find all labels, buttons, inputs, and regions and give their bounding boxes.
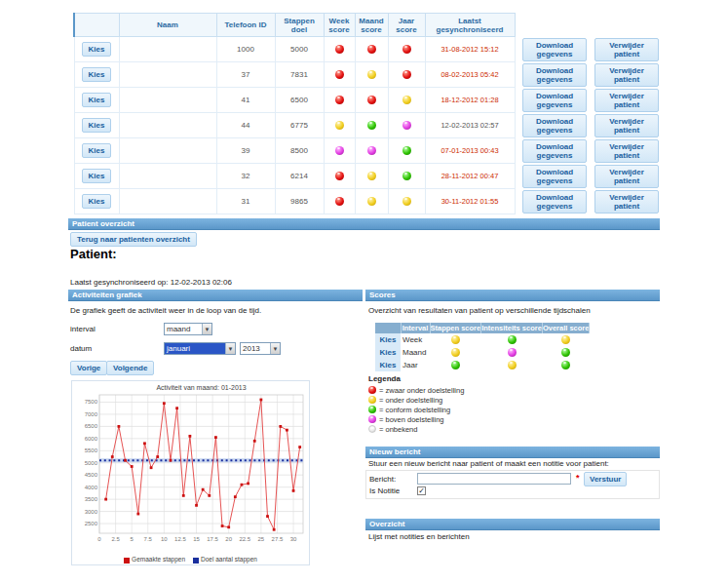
step-goal-cell: 6500 [275, 88, 324, 113]
x-tick-label: 10 [161, 536, 168, 542]
data-point [234, 495, 237, 498]
kies-button[interactable]: Kies [82, 143, 112, 158]
delete-button[interactable]: Verwijder patient [594, 89, 659, 112]
message-label: Bericht: [369, 475, 396, 484]
delete-button[interactable]: Verwijder patient [594, 165, 659, 188]
chart-legend-label: Gemaakte stappen [132, 556, 185, 563]
data-point [143, 442, 146, 445]
patients-header-1: Telefoon ID [216, 14, 275, 37]
patient-overview-bar-label: Patient overzicht [72, 219, 134, 228]
scores-table: IntervalStappen scoreIntensiteits scoreO… [375, 323, 590, 371]
week-score-orb [335, 172, 344, 180]
month-score-orb [367, 197, 376, 206]
year-score-orb [402, 121, 411, 130]
download-button[interactable]: Download gegevens [522, 165, 587, 188]
chart-legend-label: Doel aantal stappen [201, 556, 257, 563]
download-button[interactable]: Download gegevens [522, 38, 587, 61]
download-button[interactable]: Download gegevens [522, 139, 587, 163]
overview-bar-label: Overzicht [369, 520, 404, 528]
data-point [202, 488, 205, 491]
x-tick-label: 20 [225, 536, 232, 542]
new-message-bar-label: Nieuw bericht [369, 447, 420, 456]
data-point [182, 494, 185, 497]
delete-button[interactable]: Verwijder patient [594, 190, 659, 214]
year-score-orb [402, 70, 411, 79]
prev-button[interactable]: Vorige [70, 361, 107, 375]
kies-button[interactable]: Kies [82, 67, 112, 82]
week-score-orb [335, 146, 344, 155]
legend-item: = onder doelstelling [368, 395, 464, 405]
table-row: Kies44677512-02-2013 02:57Download gegev… [74, 113, 651, 138]
table-row: Kies1000500031-08-2012 15:12Download geg… [74, 37, 651, 62]
kies-button[interactable]: Kies [82, 42, 112, 57]
kies-button[interactable]: Kies [375, 333, 401, 346]
note-label: Is Notitie [369, 486, 400, 495]
patient-name-cell [119, 138, 216, 164]
table-row: KiesWeek [375, 333, 590, 346]
data-point [273, 528, 276, 531]
kies-button[interactable]: Kies [82, 169, 112, 183]
x-tick-label: 7.5 [144, 536, 153, 542]
legend-item-label: = boven doelstelling [379, 415, 444, 424]
download-button[interactable]: Download gegevens [522, 190, 587, 214]
note-checkbox[interactable]: ✓ [417, 486, 426, 495]
download-button[interactable]: Download gegevens [522, 89, 587, 112]
download-button[interactable]: Download gegevens [522, 63, 587, 87]
patients-header-5: Jaar score [388, 14, 425, 37]
kies-button[interactable]: Kies [82, 194, 112, 209]
phone-id-cell: 31 [216, 189, 275, 214]
legend-title: Legenda [368, 374, 401, 383]
download-button[interactable]: Download gegevens [522, 114, 587, 137]
delete-button[interactable]: Verwijder patient [594, 38, 659, 61]
x-tick-label: 22.5 [239, 536, 250, 542]
data-point [150, 466, 153, 469]
last-sync-cell: 31-08-2012 15:12 [425, 37, 515, 62]
kies-button[interactable]: Kies [82, 118, 112, 133]
delete-button[interactable]: Verwijder patient [594, 139, 659, 163]
data-point [175, 407, 178, 409]
patient-overview-bar: Patient overzicht [68, 218, 660, 230]
x-tick-label: 27.5 [272, 536, 284, 542]
y-tick-label: 6500 [85, 423, 98, 429]
month-score-orb [367, 172, 376, 180]
legend-item: = boven doelstelling [368, 414, 464, 424]
goal-legend-swatch [193, 558, 199, 564]
interval-select[interactable]: maand ▼ [164, 323, 212, 335]
last-sync-cell: 12-02-2013 02:57 [425, 113, 515, 138]
y-tick-label: 5500 [85, 447, 98, 453]
kies-button[interactable]: Kies [375, 346, 401, 359]
new-message-bar: Nieuw bericht [365, 447, 660, 458]
month-select-value: januari [165, 343, 225, 354]
delete-button[interactable]: Verwijder patient [594, 114, 659, 137]
data-point [104, 498, 107, 501]
kies-button[interactable]: Kies [82, 93, 112, 107]
data-point [188, 435, 191, 438]
next-button[interactable]: Volgende [106, 361, 154, 375]
patients-header-2: Stappen doel [275, 14, 324, 37]
chart-legend-item: Doel aantal stappen [193, 556, 257, 563]
y-tick-label: 7000 [85, 411, 98, 417]
kies-button[interactable]: Kies [375, 359, 401, 371]
message-description: Stuur een nieuw bericht naar patient of … [368, 459, 609, 468]
step-goal-cell: 7831 [275, 62, 324, 88]
last-sync-cell: 07-01-2013 00:43 [425, 138, 515, 164]
legend-orb-magenta [368, 415, 376, 423]
data-point [118, 425, 121, 428]
year-score-orb [402, 45, 411, 54]
message-input[interactable] [417, 473, 571, 485]
x-tick-label: 2.5 [111, 536, 120, 542]
chart-description: De grafiek geeft de activiteit weer in d… [70, 306, 261, 315]
back-button[interactable]: Terug naar patienten overzicht [70, 232, 197, 247]
patients-table-body: Kies1000500031-08-2012 15:12Download geg… [74, 37, 651, 214]
year-select[interactable]: 2013 ▼ [240, 342, 281, 355]
patients-header-pad [520, 14, 589, 37]
delete-button[interactable]: Verwijder patient [594, 63, 659, 87]
intensiteit-score-orb [508, 348, 517, 357]
patient-name-cell [119, 113, 216, 138]
send-button[interactable]: Verstuur [584, 472, 627, 486]
week-score-orb [335, 96, 344, 104]
month-select[interactable]: januari ▼ [164, 342, 236, 355]
scores-header-1: Stappen score [430, 323, 481, 333]
stappen-score-orb [451, 335, 460, 344]
interval-cell: Jaar [401, 359, 430, 371]
